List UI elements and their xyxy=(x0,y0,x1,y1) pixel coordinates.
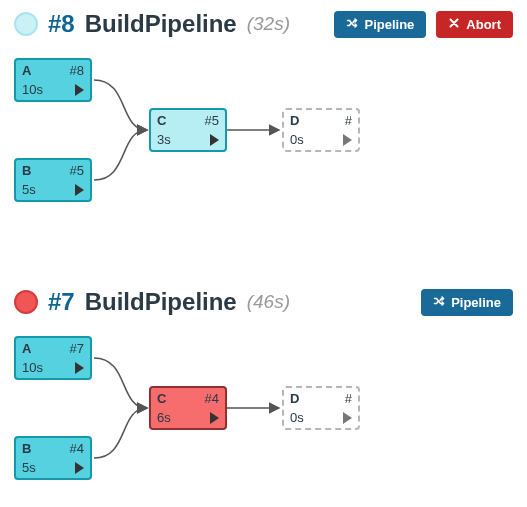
play-icon[interactable] xyxy=(210,412,219,424)
shuffle-icon xyxy=(346,17,358,32)
build-card: #7 BuildPipeline (46s) Pipeline A #7 10s xyxy=(14,288,513,507)
pipeline-graph: A #8 10s B #5 5s C #5 3s D # 0s xyxy=(14,58,513,248)
play-icon[interactable] xyxy=(343,412,352,424)
pipeline-node[interactable]: B #4 5s xyxy=(14,436,92,480)
pipeline-node[interactable]: C #4 6s xyxy=(149,386,227,430)
node-name: A xyxy=(22,63,31,78)
node-name: A xyxy=(22,341,31,356)
build-elapsed: (46s) xyxy=(247,291,290,313)
build-header: #8 BuildPipeline (32s) Pipeline Abort xyxy=(14,10,513,38)
build-run-link[interactable]: #7 xyxy=(48,288,75,316)
node-duration: 0s xyxy=(290,410,304,425)
pipeline-node[interactable]: D # 0s xyxy=(282,386,360,430)
node-duration: 0s xyxy=(290,132,304,147)
close-icon xyxy=(448,17,460,32)
play-icon[interactable] xyxy=(343,134,352,146)
node-name: B xyxy=(22,163,31,178)
node-duration: 5s xyxy=(22,460,36,475)
pipeline-button[interactable]: Pipeline xyxy=(334,11,426,38)
build-header: #7 BuildPipeline (46s) Pipeline xyxy=(14,288,513,316)
abort-button[interactable]: Abort xyxy=(436,11,513,38)
status-indicator-fail xyxy=(14,290,38,314)
build-elapsed: (32s) xyxy=(247,13,290,35)
play-icon[interactable] xyxy=(210,134,219,146)
node-duration: 3s xyxy=(157,132,171,147)
node-run: #8 xyxy=(70,63,84,78)
build-name: BuildPipeline xyxy=(85,10,237,38)
node-run: #5 xyxy=(70,163,84,178)
node-duration: 10s xyxy=(22,82,43,97)
pipeline-node[interactable]: A #8 10s xyxy=(14,58,92,102)
pipeline-node[interactable]: D # 0s xyxy=(282,108,360,152)
pipeline-button-label: Pipeline xyxy=(364,17,414,32)
node-name: C xyxy=(157,113,166,128)
pipeline-node[interactable]: C #5 3s xyxy=(149,108,227,152)
node-run: # xyxy=(345,391,352,406)
pipeline-node[interactable]: A #7 10s xyxy=(14,336,92,380)
node-duration: 5s xyxy=(22,182,36,197)
node-run: #4 xyxy=(70,441,84,456)
play-icon[interactable] xyxy=(75,462,84,474)
build-run-link[interactable]: #8 xyxy=(48,10,75,38)
play-icon[interactable] xyxy=(75,184,84,196)
build-name: BuildPipeline xyxy=(85,288,237,316)
node-run: #4 xyxy=(205,391,219,406)
node-name: B xyxy=(22,441,31,456)
status-indicator-running xyxy=(14,12,38,36)
pipeline-node[interactable]: B #5 5s xyxy=(14,158,92,202)
pipeline-button[interactable]: Pipeline xyxy=(421,289,513,316)
play-icon[interactable] xyxy=(75,84,84,96)
node-name: C xyxy=(157,391,166,406)
node-name: D xyxy=(290,113,299,128)
node-duration: 6s xyxy=(157,410,171,425)
node-name: D xyxy=(290,391,299,406)
play-icon[interactable] xyxy=(75,362,84,374)
build-card: #8 BuildPipeline (32s) Pipeline Abort xyxy=(14,10,513,248)
pipeline-button-label: Pipeline xyxy=(451,295,501,310)
shuffle-icon xyxy=(433,295,445,310)
abort-button-label: Abort xyxy=(466,17,501,32)
node-duration: 10s xyxy=(22,360,43,375)
pipeline-graph: A #7 10s B #4 5s C #4 6s D # 0s xyxy=(14,336,513,507)
node-run: #5 xyxy=(205,113,219,128)
node-run: # xyxy=(345,113,352,128)
node-run: #7 xyxy=(70,341,84,356)
